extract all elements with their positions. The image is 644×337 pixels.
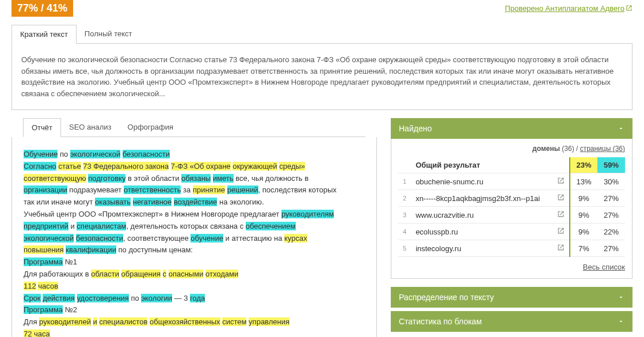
total-pct-cyan: 59% <box>597 157 625 173</box>
external-link-icon[interactable] <box>552 173 570 190</box>
tab-short-text[interactable]: Краткий текст <box>12 25 77 44</box>
summary-text: Обучение по экологической безопасности С… <box>12 44 632 110</box>
domain-cell: obuchenie-snumc.ru <box>411 173 552 190</box>
found-counts: домены (36) / страницы (36) <box>398 145 625 153</box>
distribution-panel-title: Распределение по тексту <box>399 293 494 302</box>
found-panel-title: Найдено <box>399 124 432 133</box>
stats-panel-header[interactable]: Статистика по блокам <box>391 311 632 332</box>
tab-report[interactable]: Отчёт <box>23 118 61 137</box>
found-panel-header[interactable]: Найдено <box>391 118 632 139</box>
table-row[interactable]: 2xn-----8kcp1aqkbagjmsg2b3f.xn--p1ai9%27… <box>398 190 625 207</box>
total-result-label: Общий результат <box>411 157 552 173</box>
external-link-icon[interactable] <box>552 207 570 224</box>
table-row[interactable]: 1obuchenie-snumc.ru13%30% <box>398 173 625 190</box>
verified-link-label: Проверено Антиплагиатом Адвего <box>505 4 624 13</box>
table-row[interactable]: 3www.ucrazvitie.ru9%27% <box>398 207 625 224</box>
distribution-panel-header[interactable]: Распределение по тексту <box>391 287 632 308</box>
uniqueness-badge: 77% / 41% <box>12 0 73 17</box>
external-link-icon <box>626 5 632 12</box>
text-tabs: Краткий текст Полный текст <box>12 25 632 44</box>
table-row[interactable]: 4ecolusspb.ru9%22% <box>398 224 625 240</box>
verified-link[interactable]: Проверено Антиплагиатом Адвего <box>505 4 632 13</box>
report-tabs: Отчёт SEO анализ Орфография <box>23 118 365 137</box>
domain-cell: xn-----8kcp1aqkbagjmsg2b3f.xn--p1ai <box>411 190 552 207</box>
highlighted-text[interactable]: Обучение по экологической безопасностиСо… <box>24 149 369 337</box>
domain-cell: ecolusspb.ru <box>411 224 552 240</box>
external-link-icon[interactable] <box>552 190 570 207</box>
tab-seo[interactable]: SEO анализ <box>61 118 120 137</box>
results-table: Общий результат 23% 59% 1obuchenie-snumc… <box>398 157 625 257</box>
all-list-link[interactable]: Весь список <box>583 263 625 271</box>
chevron-down-icon <box>618 294 624 301</box>
table-row[interactable]: 5instecology.ru7%27% <box>398 240 625 257</box>
external-link-icon[interactable] <box>552 224 570 240</box>
stats-panel-title: Статистика по блокам <box>399 317 482 326</box>
tab-spell[interactable]: Орфография <box>120 118 181 137</box>
total-pct-yellow: 23% <box>570 157 597 173</box>
pages-link[interactable]: страницы (36) <box>580 145 625 153</box>
tab-full-text[interactable]: Полный текст <box>77 25 140 43</box>
domain-cell: instecology.ru <box>411 240 552 257</box>
external-link-icon[interactable] <box>552 240 570 257</box>
domain-cell: www.ucrazvitie.ru <box>411 207 552 224</box>
chevron-down-icon <box>618 318 624 325</box>
chevron-down-icon <box>618 125 624 132</box>
